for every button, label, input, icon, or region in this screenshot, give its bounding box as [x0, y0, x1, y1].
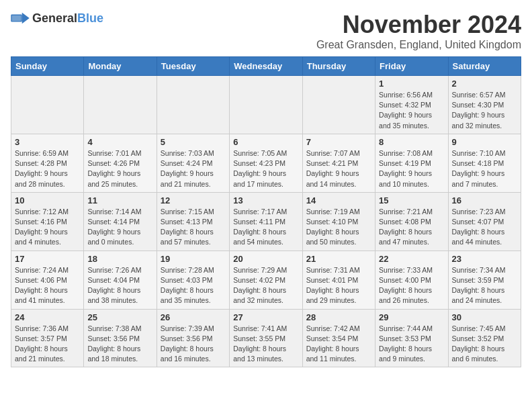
table-row: 18Sunrise: 7:26 AM Sunset: 4:04 PM Dayli…: [84, 250, 157, 309]
day-info: Sunrise: 7:38 AM Sunset: 3:56 PM Dayligh…: [87, 324, 152, 365]
day-info: Sunrise: 7:21 AM Sunset: 4:08 PM Dayligh…: [379, 207, 444, 248]
day-number: 17: [15, 254, 80, 264]
table-row: 26Sunrise: 7:39 AM Sunset: 3:56 PM Dayli…: [157, 309, 229, 367]
table-row: 15Sunrise: 7:21 AM Sunset: 4:08 PM Dayli…: [375, 192, 448, 250]
day-number: 28: [306, 312, 371, 322]
table-row: 23Sunrise: 7:34 AM Sunset: 3:59 PM Dayli…: [448, 250, 521, 309]
day-number: 25: [87, 312, 152, 322]
table-row: 9Sunrise: 7:10 AM Sunset: 4:18 PM Daylig…: [448, 134, 521, 192]
day-info: Sunrise: 7:12 AM Sunset: 4:16 PM Dayligh…: [15, 207, 80, 248]
day-info: Sunrise: 7:36 AM Sunset: 3:57 PM Dayligh…: [15, 324, 80, 365]
table-row: 17Sunrise: 7:24 AM Sunset: 4:06 PM Dayli…: [11, 250, 84, 309]
day-info: Sunrise: 7:42 AM Sunset: 3:54 PM Dayligh…: [306, 324, 371, 365]
header-monday: Monday: [84, 57, 157, 76]
day-number: 30: [452, 312, 517, 322]
table-row: 13Sunrise: 7:17 AM Sunset: 4:11 PM Dayli…: [230, 192, 302, 250]
day-number: 12: [161, 195, 226, 205]
header-wednesday: Wednesday: [230, 57, 302, 76]
table-row: 2Sunrise: 6:57 AM Sunset: 4:30 PM Daylig…: [448, 76, 521, 134]
day-info: Sunrise: 7:33 AM Sunset: 4:00 PM Dayligh…: [379, 265, 444, 306]
day-number: 7: [306, 137, 371, 147]
day-info: Sunrise: 7:28 AM Sunset: 4:03 PM Dayligh…: [161, 265, 226, 306]
day-number: 22: [379, 254, 444, 264]
day-number: 3: [15, 137, 80, 147]
header-sunday: Sunday: [11, 57, 84, 76]
day-number: 24: [15, 312, 80, 322]
day-number: 2: [452, 79, 517, 89]
month-title: November 2024: [316, 11, 521, 39]
calendar-week-row: 1Sunrise: 6:56 AM Sunset: 4:32 PM Daylig…: [11, 76, 521, 134]
day-number: 4: [87, 137, 152, 147]
table-row: [157, 76, 229, 134]
calendar-week-row: 24Sunrise: 7:36 AM Sunset: 3:57 PM Dayli…: [11, 309, 521, 367]
table-row: 22Sunrise: 7:33 AM Sunset: 4:00 PM Dayli…: [375, 250, 448, 309]
day-number: 5: [161, 137, 226, 147]
header-thursday: Thursday: [302, 57, 375, 76]
day-info: Sunrise: 7:17 AM Sunset: 4:11 PM Dayligh…: [233, 207, 298, 248]
table-row: 24Sunrise: 7:36 AM Sunset: 3:57 PM Dayli…: [11, 309, 84, 367]
day-number: 14: [306, 195, 371, 205]
day-number: 21: [306, 254, 371, 264]
day-info: Sunrise: 6:57 AM Sunset: 4:30 PM Dayligh…: [452, 90, 517, 131]
day-info: Sunrise: 7:31 AM Sunset: 4:01 PM Dayligh…: [306, 265, 371, 306]
day-info: Sunrise: 7:10 AM Sunset: 4:18 PM Dayligh…: [452, 148, 517, 189]
day-info: Sunrise: 7:45 AM Sunset: 3:52 PM Dayligh…: [452, 324, 517, 365]
calendar: Sunday Monday Tuesday Wednesday Thursday…: [11, 56, 521, 367]
day-info: Sunrise: 7:01 AM Sunset: 4:26 PM Dayligh…: [87, 148, 152, 189]
day-info: Sunrise: 7:03 AM Sunset: 4:24 PM Dayligh…: [161, 148, 226, 189]
day-info: Sunrise: 7:08 AM Sunset: 4:19 PM Dayligh…: [379, 148, 444, 189]
day-number: 6: [233, 137, 298, 147]
table-row: 10Sunrise: 7:12 AM Sunset: 4:16 PM Dayli…: [11, 192, 84, 250]
day-info: Sunrise: 7:15 AM Sunset: 4:13 PM Dayligh…: [161, 207, 226, 248]
table-row: 21Sunrise: 7:31 AM Sunset: 4:01 PM Dayli…: [302, 250, 375, 309]
day-number: 11: [87, 195, 152, 205]
day-number: 29: [379, 312, 444, 322]
day-number: 23: [452, 254, 517, 264]
calendar-week-row: 3Sunrise: 6:59 AM Sunset: 4:28 PM Daylig…: [11, 134, 521, 192]
table-row: 1Sunrise: 6:56 AM Sunset: 4:32 PM Daylig…: [375, 76, 448, 134]
table-row: 5Sunrise: 7:03 AM Sunset: 4:24 PM Daylig…: [157, 134, 229, 192]
day-info: Sunrise: 7:23 AM Sunset: 4:07 PM Dayligh…: [452, 207, 517, 248]
calendar-header-row: Sunday Monday Tuesday Wednesday Thursday…: [11, 57, 521, 76]
day-info: Sunrise: 6:59 AM Sunset: 4:28 PM Dayligh…: [15, 148, 80, 189]
table-row: 12Sunrise: 7:15 AM Sunset: 4:13 PM Dayli…: [157, 192, 229, 250]
day-info: Sunrise: 7:14 AM Sunset: 4:14 PM Dayligh…: [87, 207, 152, 248]
table-row: 14Sunrise: 7:19 AM Sunset: 4:10 PM Dayli…: [302, 192, 375, 250]
logo-general-text: General: [32, 11, 77, 26]
table-row: 11Sunrise: 7:14 AM Sunset: 4:14 PM Dayli…: [84, 192, 157, 250]
table-row: [302, 76, 375, 134]
day-number: 26: [161, 312, 226, 322]
table-row: 30Sunrise: 7:45 AM Sunset: 3:52 PM Dayli…: [448, 309, 521, 367]
table-row: 28Sunrise: 7:42 AM Sunset: 3:54 PM Dayli…: [302, 309, 375, 367]
day-number: 9: [452, 137, 517, 147]
day-info: Sunrise: 7:26 AM Sunset: 4:04 PM Dayligh…: [87, 265, 152, 306]
day-info: Sunrise: 7:24 AM Sunset: 4:06 PM Dayligh…: [15, 265, 80, 306]
logo: General Blue: [11, 11, 103, 26]
table-row: 7Sunrise: 7:07 AM Sunset: 4:21 PM Daylig…: [302, 134, 375, 192]
table-row: [11, 76, 84, 134]
day-info: Sunrise: 7:05 AM Sunset: 4:23 PM Dayligh…: [233, 148, 298, 189]
logo-icon: [11, 11, 30, 26]
table-row: 29Sunrise: 7:44 AM Sunset: 3:53 PM Dayli…: [375, 309, 448, 367]
header-friday: Friday: [375, 57, 448, 76]
day-number: 8: [379, 137, 444, 147]
day-number: 1: [379, 79, 444, 89]
header-tuesday: Tuesday: [157, 57, 229, 76]
day-number: 16: [452, 195, 517, 205]
day-info: Sunrise: 7:39 AM Sunset: 3:56 PM Dayligh…: [161, 324, 226, 365]
table-row: [84, 76, 157, 134]
table-row: 20Sunrise: 7:29 AM Sunset: 4:02 PM Dayli…: [230, 250, 302, 309]
day-number: 10: [15, 195, 80, 205]
table-row: 3Sunrise: 6:59 AM Sunset: 4:28 PM Daylig…: [11, 134, 84, 192]
day-number: 20: [233, 254, 298, 264]
day-info: Sunrise: 7:19 AM Sunset: 4:10 PM Dayligh…: [306, 207, 371, 248]
header: General Blue November 2024 Great Gransde…: [11, 11, 521, 51]
day-number: 27: [233, 312, 298, 322]
table-row: 8Sunrise: 7:08 AM Sunset: 4:19 PM Daylig…: [375, 134, 448, 192]
svg-marker-1: [22, 13, 30, 24]
day-number: 18: [87, 254, 152, 264]
day-info: Sunrise: 7:29 AM Sunset: 4:02 PM Dayligh…: [233, 265, 298, 306]
day-number: 13: [233, 195, 298, 205]
table-row: 4Sunrise: 7:01 AM Sunset: 4:26 PM Daylig…: [84, 134, 157, 192]
day-info: Sunrise: 6:56 AM Sunset: 4:32 PM Dayligh…: [379, 90, 444, 131]
